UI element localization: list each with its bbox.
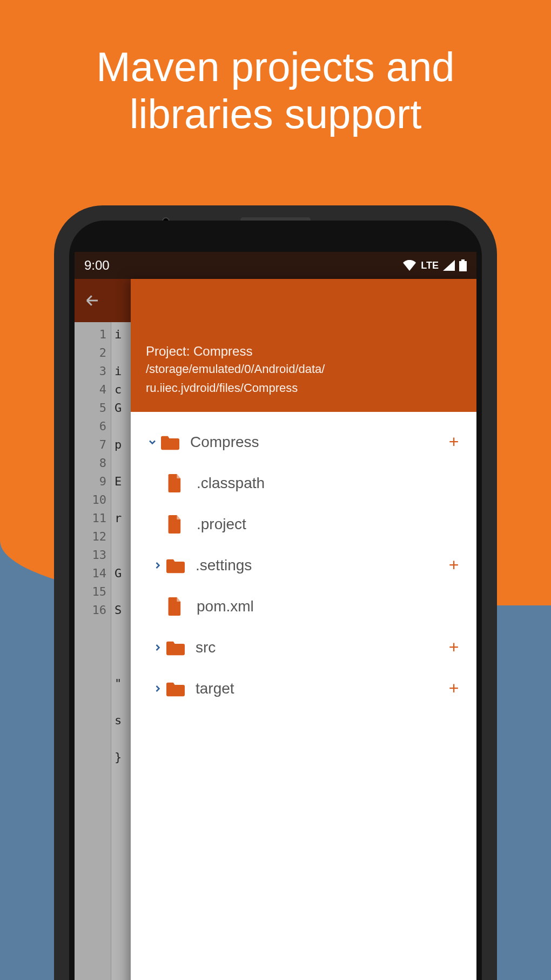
tree-root-label: Compress	[185, 434, 444, 451]
chevron-right-icon	[149, 683, 166, 694]
tree-item-label: target	[190, 680, 444, 697]
folder-icon	[166, 681, 190, 697]
file-icon	[167, 515, 191, 534]
heading-line-1: Maven projects and	[22, 43, 529, 90]
status-right: LTE	[402, 259, 467, 271]
phone-frame: 9:00 LTE	[54, 205, 497, 980]
marketing-heading: Maven projects and libraries support	[0, 43, 551, 138]
heading-line-2: libraries support	[22, 90, 529, 137]
status-time: 9:00	[84, 258, 110, 273]
drawer-header: Project: Compress /storage/emulated/0/An…	[131, 279, 476, 412]
tree-item-label: .classpath	[191, 475, 463, 492]
tree-item-label: pom.xml	[191, 598, 463, 615]
project-drawer: Project: Compress /storage/emulated/0/An…	[131, 279, 476, 980]
drawer-path-line1: /storage/emulated/0/Android/data/	[146, 361, 461, 378]
tree-item-label: src	[190, 639, 444, 656]
tree-root-row[interactable]: Compress +	[136, 422, 471, 463]
phone-inner: 9:00 LTE	[69, 221, 482, 980]
drawer-path-line2: ru.iiec.jvdroid/files/Compress	[146, 380, 461, 397]
wifi-icon	[402, 260, 416, 271]
signal-icon	[443, 260, 455, 271]
file-icon	[167, 597, 191, 616]
tree-item-label: .settings	[190, 557, 444, 574]
tree-item-classpath[interactable]: .classpath	[136, 463, 471, 504]
tree-item-label: .project	[191, 516, 463, 533]
tree-item-pom[interactable]: pom.xml	[136, 586, 471, 627]
add-button[interactable]: +	[444, 555, 463, 575]
add-button[interactable]: +	[444, 637, 463, 657]
svg-rect-0	[459, 261, 467, 271]
status-bar: 9:00 LTE	[75, 252, 476, 279]
battery-icon	[459, 259, 467, 271]
chevron-right-icon	[149, 642, 166, 653]
project-tree: Compress + .classpath	[131, 412, 476, 980]
file-icon	[167, 474, 191, 492]
add-button[interactable]: +	[444, 678, 463, 698]
app-screen: 9:00 LTE	[75, 252, 476, 980]
chevron-down-icon	[144, 437, 161, 448]
tree-item-project[interactable]: .project	[136, 504, 471, 545]
tree-item-target[interactable]: target +	[136, 668, 471, 709]
tree-item-src[interactable]: src +	[136, 627, 471, 668]
folder-icon	[161, 434, 185, 450]
chevron-right-icon	[149, 560, 166, 571]
folder-icon	[166, 639, 190, 656]
add-button[interactable]: +	[444, 432, 463, 452]
network-label: LTE	[421, 260, 439, 271]
svg-rect-1	[461, 259, 465, 261]
drawer-title: Project: Compress	[146, 344, 461, 359]
tree-item-settings[interactable]: .settings +	[136, 545, 471, 586]
folder-icon	[166, 557, 190, 574]
